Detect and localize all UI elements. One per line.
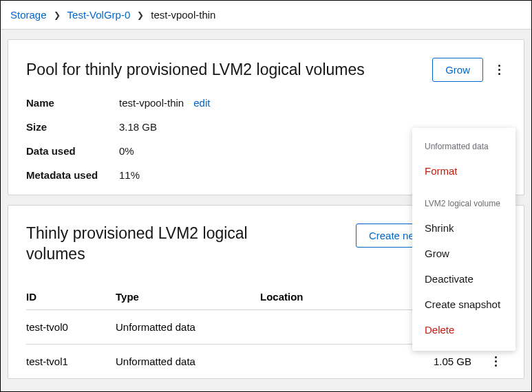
menu-shrink[interactable]: Shrink — [412, 215, 515, 241]
breadcrumb-storage[interactable]: Storage — [10, 9, 47, 21]
cell-size: 1.05 GB — [409, 356, 485, 367]
chevron-right-icon: ❯ — [137, 10, 144, 20]
label-data-used: Data used — [26, 145, 119, 157]
chevron-right-icon: ❯ — [54, 10, 61, 20]
value-name: test-vpool-thinedit — [119, 97, 506, 109]
context-menu: Unformatted data Format LVM2 logical vol… — [412, 128, 515, 351]
breadcrumb-volgroup[interactable]: Test-VolGrp-0 — [67, 9, 131, 21]
cell-type: Unformatted data — [116, 321, 260, 333]
breadcrumb-current: test-vpool-thin — [151, 9, 215, 21]
row-kebab-menu[interactable] — [489, 353, 502, 369]
header-location: Location — [260, 291, 409, 303]
pool-title: Pool for thinly provisioned LVM2 logical… — [26, 61, 365, 79]
label-name: Name — [26, 97, 119, 109]
header-id: ID — [26, 291, 116, 303]
label-metadata-used: Metadata used — [26, 169, 119, 181]
menu-deactivate[interactable]: Deactivate — [412, 266, 515, 292]
cell-type: Unformatted data — [116, 356, 260, 367]
menu-delete[interactable]: Delete — [412, 317, 515, 342]
menu-format[interactable]: Format — [412, 158, 515, 184]
menu-grow[interactable]: Grow — [412, 241, 515, 266]
cell-id: test-tvol1 — [26, 356, 116, 367]
pool-kebab-menu[interactable] — [493, 62, 506, 78]
volumes-title: Thinly provisioned LVM2 logical volumes — [26, 224, 274, 265]
label-size: Size — [26, 121, 119, 133]
cell-id: test-tvol0 — [26, 321, 116, 333]
menu-snapshot[interactable]: Create snapshot — [412, 292, 515, 317]
grow-button[interactable]: Grow — [432, 58, 483, 82]
menu-heading-unformatted: Unformatted data — [412, 139, 515, 158]
menu-heading-lvm2: LVM2 logical volume — [412, 196, 515, 215]
breadcrumb: Storage ❯ Test-VolGrp-0 ❯ test-vpool-thi… — [1, 1, 531, 30]
edit-link[interactable]: edit — [193, 97, 210, 109]
header-type: Type — [116, 291, 260, 303]
